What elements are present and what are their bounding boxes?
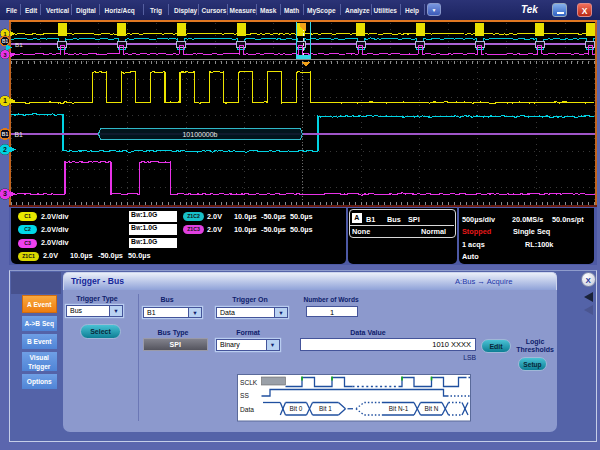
svg-text:SCLK: SCLK [240,379,258,386]
svg-text:B1: B1 [2,39,8,44]
svg-text:Bit N-1: Bit N-1 [388,405,408,412]
svg-text:2: 2 [3,145,7,152]
svg-text:B1: B1 [2,131,9,137]
svg-text:Data: Data [240,406,254,413]
svg-text:SS: SS [240,392,249,399]
svg-text:Bit 0: Bit 0 [289,405,302,412]
svg-text:3: 3 [3,51,6,57]
svg-text:B1: B1 [15,40,23,47]
svg-text:Bit 1: Bit 1 [319,405,332,412]
svg-text:1: 1 [3,97,7,104]
svg-text:3: 3 [3,190,7,197]
svg-text:10100000b: 10100000b [182,130,217,137]
svg-text:B1: B1 [15,130,24,137]
svg-text:Bit N: Bit N [424,405,438,412]
